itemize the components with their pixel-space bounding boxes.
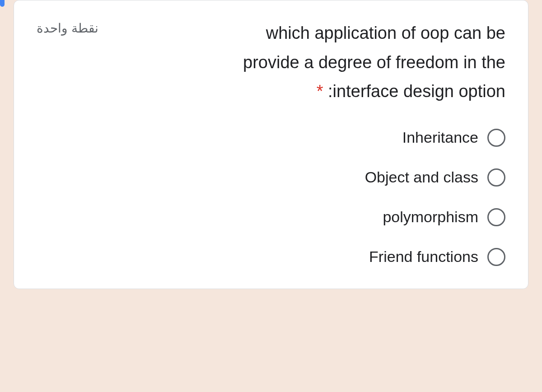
question-text: which application of oop can be provide … (126, 19, 505, 106)
option-label: Friend functions (369, 248, 478, 266)
radio-icon[interactable] (487, 129, 505, 147)
option-label: Object and class (365, 168, 478, 186)
required-asterisk: * (317, 82, 323, 101)
card-accent-bar (0, 0, 5, 7)
option-label: polymorphism (383, 208, 478, 226)
radio-icon[interactable] (487, 208, 505, 226)
option-friend-functions[interactable]: Friend functions (37, 248, 505, 266)
question-line-1: which application of oop can be (266, 23, 505, 42)
options-container: Inheritance Object and class polymorphis… (37, 129, 505, 266)
option-polymorphism[interactable]: polymorphism (37, 208, 505, 226)
question-card: نقطة واحدة which application of oop can … (14, 0, 528, 289)
radio-icon[interactable] (487, 248, 505, 266)
points-label: نقطة واحدة (37, 19, 98, 36)
question-line-2: provide a degree of freedom in the (243, 53, 505, 72)
option-inheritance[interactable]: Inheritance (37, 129, 505, 147)
radio-icon[interactable] (487, 168, 505, 187)
option-label: Inheritance (402, 129, 478, 146)
question-line-3: :interface design option (328, 82, 505, 101)
option-object-and-class[interactable]: Object and class (37, 168, 505, 187)
question-header: نقطة واحدة which application of oop can … (37, 19, 505, 106)
